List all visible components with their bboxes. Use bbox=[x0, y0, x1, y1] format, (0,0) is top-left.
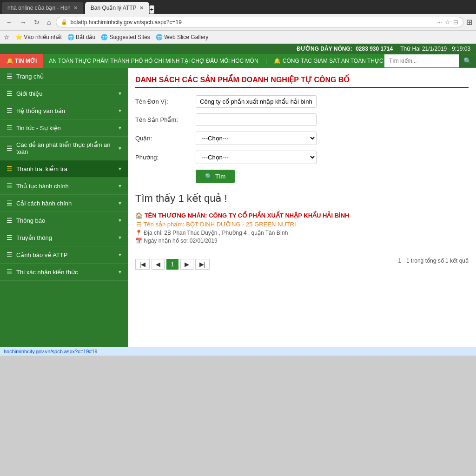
search-submit-button[interactable]: 🔍 Tìm bbox=[196, 170, 235, 183]
tab-2[interactable]: Ban Quản lý ATTP ✕ bbox=[85, 2, 149, 14]
chevron-icon-1: ▾ bbox=[119, 90, 121, 97]
first-page-button[interactable]: |◀ bbox=[135, 259, 150, 270]
ticker-item-2: 🔔 CÔNG TÁC GIÁM SÁT AN TOÀN THỰC PHẨM TẾ… bbox=[274, 58, 384, 64]
menu-icon-6: ☰ bbox=[7, 165, 13, 172]
url-text: bqlattp.hochiminhcity.gov.vn/spcb.aspx?c… bbox=[70, 19, 434, 26]
sidebar-item-cai-cach[interactable]: ☰ Cải cách hành chính ▾ bbox=[0, 195, 128, 212]
url-actions: ··· ☆ ⊟ bbox=[437, 19, 458, 26]
bookmark-icon: ☆ bbox=[4, 33, 10, 41]
don-vi-input[interactable] bbox=[196, 95, 317, 108]
bookmark-bat-dau[interactable]: 🌐 Bắt đầu bbox=[67, 34, 95, 40]
sidebar-item-thu-tuc[interactable]: ☰ Thủ tục hành chính ▾ bbox=[0, 178, 128, 195]
sidebar-item-thi-xac-nhan[interactable]: ☰ Thi xác nhận kiến thức ▾ bbox=[0, 264, 128, 281]
lock-icon: 🔒 bbox=[61, 19, 67, 25]
browser-chrome: nhà online của bạn - Hon ✕ Ban Quản lý A… bbox=[0, 0, 476, 44]
library-icon[interactable]: ⊞ bbox=[466, 18, 472, 26]
chevron-icon-10: ▾ bbox=[119, 251, 121, 258]
url-bar[interactable]: 🔒 bqlattp.hochiminhcity.gov.vn/spcb.aspx… bbox=[56, 17, 463, 27]
sidebar-item-trang-chu[interactable]: ☰ Trang chủ bbox=[0, 68, 128, 85]
nav-header: 🔔 TIN MỚI AN TOÀN THỰC PHẨM THÀNH PHỐ HỒ… bbox=[0, 54, 476, 68]
menu-icon-5: ☰ bbox=[7, 145, 13, 152]
hotline-label-text: ĐƯỜNG DÂY NÓNG: bbox=[297, 46, 352, 52]
sidebar: ☰ Trang chủ ☰ Giới thiệu ▾ ☰ Hệ thống vă… bbox=[0, 68, 128, 347]
menu-icon-8: ☰ bbox=[7, 199, 13, 207]
quan-select[interactable]: ---Chọn--- bbox=[196, 132, 317, 145]
forward-button[interactable]: → bbox=[18, 18, 29, 27]
chevron-icon-2: ▾ bbox=[119, 107, 121, 114]
chevron-icon-3: ▾ bbox=[119, 125, 121, 131]
datetime-display: Thứ Hai 21/1/2019 - 9:19:03 bbox=[400, 46, 470, 52]
product-label: Tên sản phẩm: bbox=[143, 221, 184, 228]
reader-mode-icon[interactable]: ⊟ bbox=[453, 19, 458, 26]
sidebar-item-thanh-tra[interactable]: ☰ Thanh tra, kiểm tra ▾ bbox=[0, 160, 128, 178]
tab-1-close[interactable]: ✕ bbox=[73, 5, 78, 11]
browser-toolbar: ← → ↻ ⌂ 🔒 bqlattp.hochiminhcity.gov.vn/s… bbox=[0, 14, 476, 31]
menu-icon-3: ☰ bbox=[7, 107, 13, 114]
form-row-san-pham: Tên Sản Phẩm: bbox=[135, 113, 469, 126]
tin-moi-button[interactable]: 🔔 TIN MỚI bbox=[0, 54, 43, 68]
chevron-icon-7: ▾ bbox=[119, 200, 121, 206]
tab-1[interactable]: nhà online của bạn - Hon ✕ bbox=[2, 2, 83, 14]
sidebar-item-he-thong-van-ban[interactable]: ☰ Hệ thống văn bản ▾ bbox=[0, 102, 128, 119]
home-button[interactable]: ⌂ bbox=[45, 18, 53, 27]
bookmark-suggested[interactable]: 🌐 Suggested Sites bbox=[101, 34, 150, 40]
url-menu-icon[interactable]: ··· bbox=[437, 19, 442, 26]
bookmark-vao-nhieu-nhat[interactable]: ⭐ Vào nhiều nhất bbox=[15, 34, 62, 40]
chevron-icon-9: ▾ bbox=[119, 234, 121, 241]
san-pham-input[interactable] bbox=[196, 113, 317, 126]
search-icon: 🔍 bbox=[205, 173, 212, 180]
pagination-row: |◀ ◀ 1 ▶ ▶| 1 - 1 trong tổng số 1 kết qu… bbox=[135, 251, 469, 270]
sidebar-item-cai-cach-label: Cải cách hành chính bbox=[16, 200, 72, 207]
browser-titlebar: nhà online của bạn - Hon ✕ Ban Quản lý A… bbox=[0, 0, 476, 14]
chevron-icon-5: ▾ bbox=[119, 165, 121, 172]
tab-1-label: nhà online của bạn - Hon bbox=[7, 5, 71, 11]
add-tab-button[interactable]: + bbox=[149, 5, 155, 14]
bookmarks-bar: ☆ ⭐ Vào nhiều nhất 🌐 Bắt đầu 🌐 Suggested… bbox=[0, 31, 476, 44]
menu-icon-9: ☰ bbox=[7, 217, 13, 224]
search-area: 🔍 bbox=[384, 54, 476, 67]
form-row-phuong: Phường: ---Chọn--- bbox=[135, 151, 469, 164]
sidebar-item-truyen-thong-label: Truyền thông bbox=[16, 234, 52, 241]
search-button[interactable]: 🔍 bbox=[459, 54, 476, 67]
main-layout: ☰ Trang chủ ☰ Giới thiệu ▾ ☰ Hệ thống vă… bbox=[0, 68, 476, 347]
result-company-name: TÊN THƯƠNG NHÂN: CÔNG TY CỔ PHẦN XUẤT NH… bbox=[135, 212, 469, 219]
prev-page-button[interactable]: ◀ bbox=[152, 259, 165, 270]
last-page-button[interactable]: ▶| bbox=[195, 259, 210, 270]
menu-icon-10: ☰ bbox=[7, 234, 13, 241]
pagination: |◀ ◀ 1 ▶ ▶| bbox=[135, 259, 210, 270]
sidebar-item-canh-bao[interactable]: ☰ Cảnh báo về ATTP ▾ bbox=[0, 246, 128, 264]
sidebar-item-truyen-thong[interactable]: ☰ Truyền thông ▾ bbox=[0, 229, 128, 246]
result-card-1: TÊN THƯƠNG NHÂN: CÔNG TY CỔ PHẦN XUẤT NH… bbox=[135, 212, 469, 244]
form-row-don-vi: Tên Đơn Vị: bbox=[135, 95, 469, 108]
sidebar-item-gioi-thieu-label: Giới thiệu bbox=[16, 90, 42, 97]
sidebar-item-thanh-tra-label: Thanh tra, kiểm tra bbox=[16, 165, 67, 172]
phuong-select[interactable]: ---Chọn--- bbox=[196, 151, 317, 164]
bookmark-web-slice[interactable]: 🌐 Web Slice Gallery bbox=[156, 34, 208, 40]
date-label: Ngày nhận hồ sơ: bbox=[144, 238, 188, 244]
menu-icon-2: ☰ bbox=[7, 90, 13, 97]
product-name: BỘT DINH DƯỠNG - 25 GREEN NUTRI bbox=[186, 221, 296, 228]
hotline-label: ĐƯỜNG DÂY NÓNG: 0283 930 1714 bbox=[297, 46, 393, 52]
website: ĐƯỜNG DÂY NÓNG: 0283 930 1714 Thứ Hai 21… bbox=[0, 44, 476, 356]
company-name: CÔNG TY CỔ PHẦN XUẤT NHẬP KHẨU HẢI BÌNH bbox=[209, 212, 349, 219]
tab-2-label: Ban Quản lý ATTP bbox=[91, 5, 137, 11]
search-input[interactable] bbox=[384, 55, 459, 67]
search-form: Tên Đơn Vị: Tên Sản Phẩm: Quận: ---Chọn-… bbox=[135, 95, 469, 183]
sidebar-item-thong-bao[interactable]: ☰ Thông báo ▾ bbox=[0, 212, 128, 229]
sidebar-item-tin-tuc[interactable]: ☰ Tin tức - Sự kiện ▾ bbox=[0, 119, 128, 137]
tab-2-close[interactable]: ✕ bbox=[139, 5, 144, 11]
bookmark-star-icon[interactable]: ☆ bbox=[445, 19, 450, 26]
result-date: Ngày nhận hồ sơ: 02/01/2019 bbox=[135, 238, 469, 244]
next-page-button[interactable]: ▶ bbox=[180, 259, 193, 270]
top-bar: ĐƯỜNG DÂY NÓNG: 0283 930 1714 Thứ Hai 21… bbox=[0, 44, 476, 54]
menu-icon-12: ☰ bbox=[7, 268, 13, 276]
sidebar-item-gioi-thieu[interactable]: ☰ Giới thiệu ▾ bbox=[0, 85, 128, 102]
sidebar-item-trang-chu-label: Trang chủ bbox=[16, 73, 44, 80]
refresh-button[interactable]: ↻ bbox=[32, 18, 42, 27]
result-address: Địa chỉ: 2B Phan Thúc Duyện , Phường 4 ,… bbox=[135, 230, 469, 236]
page-1-button[interactable]: 1 bbox=[166, 259, 178, 270]
back-button[interactable]: ← bbox=[4, 18, 15, 27]
sidebar-item-de-an[interactable]: ☰ Các đề án phát triển thực phẩm an toàn… bbox=[0, 137, 128, 160]
sidebar-item-thu-tuc-label: Thủ tục hành chính bbox=[16, 183, 69, 190]
date-value: 02/01/2019 bbox=[190, 238, 218, 244]
